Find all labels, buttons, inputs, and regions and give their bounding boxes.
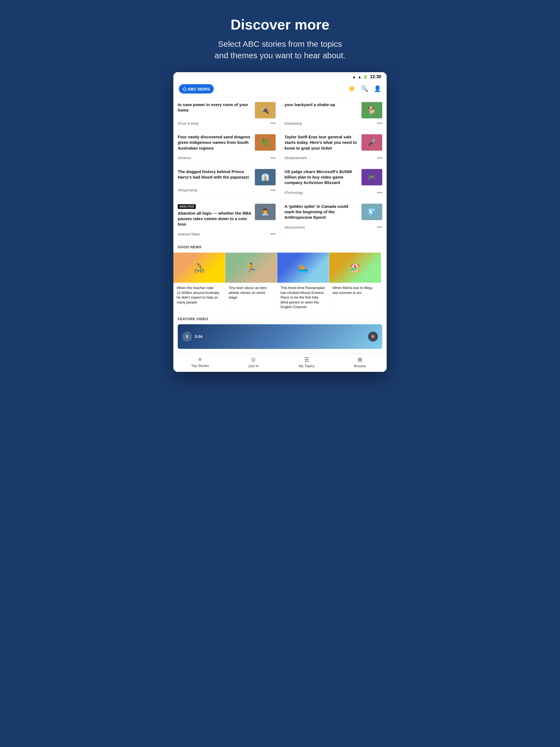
news-tag-environment: #Environment xyxy=(285,226,305,229)
status-icons: ▲ ▲ 🔋 xyxy=(352,75,368,79)
news-title-rba: Abandon all logic — whether the RBA paus… xyxy=(178,210,252,227)
news-more-taylor[interactable]: ••• xyxy=(377,155,382,161)
news-tag-cost-living: #Cost of living xyxy=(178,122,198,126)
news-more-science[interactable]: ••• xyxy=(271,155,276,161)
page-subtitle: Select ABC stories from the topicsand th… xyxy=(11,38,549,61)
good-news-img-tiny-town: 🏃 xyxy=(225,253,277,283)
top-stories-label: Top Stories xyxy=(191,364,209,368)
video-pause-button[interactable]: ⏸ xyxy=(182,332,192,341)
logo-symbol: ◇ xyxy=(183,86,186,92)
just-in-label: Just In xyxy=(248,364,258,368)
nav-item-my-topics[interactable]: ☰ My Topics xyxy=(296,356,318,368)
news-title-science: Four newly discovered sand dragons given… xyxy=(178,134,252,151)
good-news-img-teacher: 🚴 xyxy=(173,253,225,283)
my-topics-label: My Topics xyxy=(299,364,315,368)
good-news-row: 🚴 When this teacher rode 12,000km around… xyxy=(173,253,387,312)
video-overlay: ⏸ 3:04 🔇 xyxy=(178,324,382,349)
page-title: Discover more xyxy=(11,17,549,33)
signal-icon: ▲ xyxy=(358,75,361,79)
battery-icon: 🔋 xyxy=(363,75,368,79)
news-item-science[interactable]: Four newly discovered sand dragons given… xyxy=(173,130,280,164)
good-news-img-paralympian: 🏊 xyxy=(277,253,329,283)
header-icons: ☀️ 🔍 👤 xyxy=(348,85,381,93)
top-stories-icon: ≡ xyxy=(199,356,202,363)
brightness-icon[interactable]: ☀️ xyxy=(348,85,355,93)
feature-video-section-header: FEATURE VIDEO xyxy=(173,312,387,324)
good-news-caption-teacher: When this teacher rode 12,000km around A… xyxy=(173,283,225,307)
news-thumb-golden-spike: 🧊 xyxy=(361,204,382,220)
analysis-badge: ANALYSIS xyxy=(178,204,196,209)
clock: 12:30 xyxy=(370,74,381,79)
news-title-cost-living: to save power in every room of your home xyxy=(178,102,252,113)
news-title-golden-spike: A 'golden spike' in Canada could mark th… xyxy=(285,204,358,221)
news-tag-technology: #Technology xyxy=(285,191,303,195)
profile-icon[interactable]: 👤 xyxy=(374,85,381,93)
news-item-taylor[interactable]: Taylor Swift Eras tour general sale star… xyxy=(280,130,387,164)
app-header: ◇ ABC NEWS ☀️ 🔍 👤 xyxy=(173,81,387,98)
good-news-item-lifeguard[interactable]: 🏖️ When Micha due to lifegu last summer … xyxy=(329,253,381,312)
browse-icon: ⊞ xyxy=(358,356,362,363)
news-thumb-taylor: 🎤 xyxy=(361,134,382,151)
news-tag-science: #Science xyxy=(178,156,191,160)
nav-item-browse[interactable]: ⊞ Browse xyxy=(349,356,371,368)
search-icon[interactable]: 🔍 xyxy=(361,85,368,93)
good-news-item-tiny-town[interactable]: 🏃 Tiny town abuzz as teen athlete shines… xyxy=(225,253,277,312)
logo-text: ABC NEWS xyxy=(187,87,210,91)
feature-video-container: ⏸ 3:04 🔇 xyxy=(178,324,382,349)
news-row-1: to save power in every room of your home… xyxy=(173,98,387,130)
good-news-caption-lifeguard: When Micha due to lifegu last summer to … xyxy=(329,283,381,298)
news-item-gardening[interactable]: your backyard a shake-up 🐕 #Gardening ••… xyxy=(280,98,387,130)
news-title-microsoft: US judge clears Microsoft's $US69 billio… xyxy=(285,169,358,186)
news-tag-entertainment: #Entertainment xyxy=(285,156,307,160)
my-topics-icon: ☰ xyxy=(304,356,309,363)
news-tag-royal-family: #Royal family xyxy=(178,188,198,192)
abc-logo[interactable]: ◇ ABC NEWS xyxy=(179,84,214,94)
good-news-section-header: GOOD NEWS xyxy=(173,241,387,253)
news-thumb-science: 🦎 xyxy=(255,134,276,151)
video-mute-button[interactable]: 🔇 xyxy=(368,332,378,341)
video-time: 3:04 xyxy=(195,334,202,339)
news-tag-gardening: #Gardening xyxy=(285,122,302,126)
news-item-rba[interactable]: ANALYSIS Abandon all logic — whether the… xyxy=(173,199,280,241)
news-thumb-cost-living: 🔌 xyxy=(255,102,276,119)
news-thumb-gardening: 🐕 xyxy=(361,102,382,119)
just-in-icon: ⊙ xyxy=(251,356,256,363)
good-news-item-paralympian[interactable]: 🏊 This three-time Paralympian has climbe… xyxy=(277,253,329,312)
news-thumb-prince-harry: 👔 xyxy=(255,169,276,185)
phone-mockup: ▲ ▲ 🔋 12:30 ◇ ABC NEWS ☀️ 🔍 👤 to save po… xyxy=(173,72,387,372)
video-controls-left: ⏸ 3:04 xyxy=(182,332,202,341)
nav-item-top-stories[interactable]: ≡ Top Stories xyxy=(189,356,211,368)
news-row-3: The dogged history behind Prince Harry's… xyxy=(173,164,387,199)
news-title-gardening: your backyard a shake-up xyxy=(285,102,358,107)
news-item-prince-harry[interactable]: The dogged history behind Prince Harry's… xyxy=(173,164,280,199)
news-thumb-rba: 👨‍💼 xyxy=(255,204,276,220)
good-news-img-lifeguard: 🏖️ xyxy=(329,253,381,283)
news-thumb-microsoft: 🎮 xyxy=(361,169,382,185)
news-title-prince-harry: The dogged history behind Prince Harry's… xyxy=(178,169,252,180)
good-news-item-teacher[interactable]: 🚴 When this teacher rode 12,000km around… xyxy=(173,253,225,312)
news-more-gardening[interactable]: ••• xyxy=(377,121,382,126)
news-item-microsoft[interactable]: US judge clears Microsoft's $US69 billio… xyxy=(280,164,387,199)
news-title-taylor: Taylor Swift Eras tour general sale star… xyxy=(285,134,358,151)
page-header: Discover more Select ABC stories from th… xyxy=(0,0,560,72)
browse-label: Browse xyxy=(354,364,366,368)
news-more-rba[interactable]: ••• xyxy=(271,231,276,237)
news-more-prince[interactable]: ••• xyxy=(271,187,276,193)
news-row-2: Four newly discovered sand dragons given… xyxy=(173,130,387,164)
nav-item-just-in[interactable]: ⊙ Just In xyxy=(243,356,264,368)
news-item-golden-spike[interactable]: A 'golden spike' in Canada could mark th… xyxy=(280,199,387,241)
bottom-nav: ≡ Top Stories ⊙ Just In ☰ My Topics ⊞ Br… xyxy=(173,353,387,372)
news-more-cost-living[interactable]: ••• xyxy=(271,121,276,126)
news-more-microsoft[interactable]: ••• xyxy=(377,190,382,196)
news-more-golden-spike[interactable]: ••• xyxy=(377,225,382,230)
wifi-icon: ▲ xyxy=(352,75,356,79)
news-tag-interest-rates: #Interest Rates xyxy=(178,232,200,236)
news-item-cost-living[interactable]: to save power in every room of your home… xyxy=(173,98,280,130)
status-bar: ▲ ▲ 🔋 12:30 xyxy=(173,72,387,81)
news-row-4: ANALYSIS Abandon all logic — whether the… xyxy=(173,199,387,241)
news-feed: to save power in every room of your home… xyxy=(173,98,387,353)
good-news-caption-tiny-town: Tiny town abuzz as teen athlete shines o… xyxy=(225,283,277,303)
good-news-caption-paralympian: This three-time Paralympian has climbed … xyxy=(277,283,329,312)
